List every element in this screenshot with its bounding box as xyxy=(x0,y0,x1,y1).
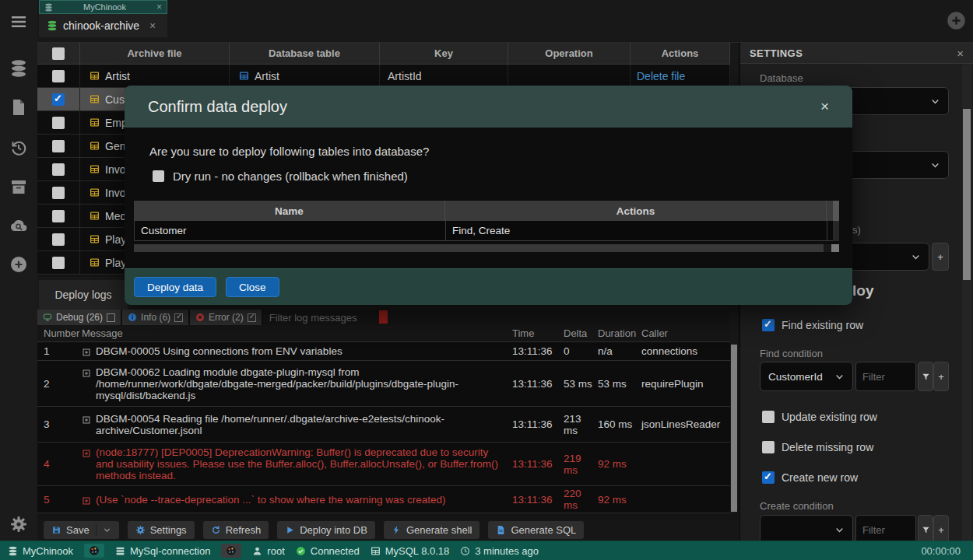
expand-icon[interactable] xyxy=(82,415,91,425)
chevron-down-icon[interactable] xyxy=(103,526,111,534)
log-row[interactable]: 4 (node:18777) [DEP0005] DeprecationWarn… xyxy=(37,443,730,486)
create-new-checkbox[interactable] xyxy=(762,471,775,484)
log-filter-error[interactable]: Error (2) xyxy=(190,310,262,325)
update-existing-checkbox[interactable] xyxy=(762,411,775,423)
filter-funnel-button[interactable] xyxy=(918,515,933,541)
log-filter-info[interactable]: Info (6) xyxy=(122,310,188,325)
find-condition-select[interactable]: CustomerId xyxy=(760,362,853,391)
expand-icon[interactable] xyxy=(82,496,91,506)
create-condition-select[interactable] xyxy=(760,515,853,541)
log-row[interactable]: 3 DBGM-00054 Reading file /home/runner/.… xyxy=(37,407,730,443)
settings-scrollbar[interactable] xyxy=(962,65,971,541)
refresh-button[interactable]: Refresh xyxy=(203,521,269,539)
delete-missing-option[interactable]: Delete missing row xyxy=(762,441,873,453)
new-tab-button[interactable] xyxy=(946,10,967,31)
create-new-option[interactable]: Create new row xyxy=(762,471,858,484)
generate-sql-button[interactable]: Generate SQL xyxy=(488,521,584,539)
log-filter-input[interactable] xyxy=(263,310,730,325)
row-checkbox[interactable] xyxy=(52,117,65,129)
add-circle-icon[interactable] xyxy=(9,255,28,274)
column-name: Name xyxy=(134,201,445,221)
row-checkbox[interactable] xyxy=(52,140,65,152)
filter-funnel-button[interactable] xyxy=(918,362,933,391)
delete-file-link[interactable]: Delete file xyxy=(637,70,685,82)
row-checkbox[interactable] xyxy=(52,233,65,246)
tab-chinook-archive[interactable]: chinook-archive × xyxy=(39,14,167,37)
log-time: 13:11:36 xyxy=(512,494,564,506)
log-row[interactable]: 2 DBGM-00062 Loading module dbgate-plugi… xyxy=(37,361,730,407)
expand-icon[interactable] xyxy=(82,369,91,378)
alert-marker-icon xyxy=(379,310,388,324)
deploy-logs-tab[interactable]: Deploy logs xyxy=(39,280,128,310)
close-modal-icon[interactable]: × xyxy=(820,98,829,115)
add-column-button[interactable]: + xyxy=(932,243,949,271)
table-name-cell: Customer xyxy=(135,221,446,240)
row-checkbox[interactable] xyxy=(52,70,65,82)
create-filter-input[interactable] xyxy=(855,515,916,541)
close-settings-icon[interactable]: × xyxy=(957,47,964,60)
info-filter-checkbox[interactable] xyxy=(174,313,183,322)
log-row[interactable]: 1 DBGM-00005 Using connections from ENV … xyxy=(37,342,730,361)
scrollbar-thumb[interactable] xyxy=(134,244,824,252)
find-existing-checkbox[interactable] xyxy=(762,319,775,331)
cloud-search-icon[interactable] xyxy=(9,216,28,235)
error-filter-checkbox[interactable] xyxy=(248,313,256,322)
database-icon[interactable] xyxy=(9,59,28,78)
row-checkbox[interactable] xyxy=(52,187,65,199)
scrollbar-thumb[interactable] xyxy=(731,345,737,512)
scrollbar-thumb[interactable] xyxy=(833,201,839,221)
dry-run-option[interactable]: Dry run - no changes (rollback when fini… xyxy=(153,170,408,183)
modal-table-scrollbar[interactable] xyxy=(833,201,839,241)
log-number: 3 xyxy=(37,418,82,430)
history-icon[interactable] xyxy=(9,138,28,157)
log-caller: requirePlugin xyxy=(641,378,730,390)
modal-table-row[interactable]: Customer Find, Create xyxy=(134,221,839,241)
settings-gear-icon[interactable] xyxy=(9,515,28,534)
row-checkbox[interactable] xyxy=(52,93,65,106)
update-existing-option[interactable]: Update existing row xyxy=(762,411,877,423)
modal-horizontal-scrollbar[interactable] xyxy=(134,244,839,252)
generate-shell-button[interactable]: Generate shell xyxy=(384,521,480,539)
scrollbar-thumb[interactable] xyxy=(963,109,971,280)
close-button[interactable]: Close xyxy=(226,277,279,297)
column-database-table: Database table xyxy=(230,43,380,64)
settings-button[interactable]: Settings xyxy=(128,521,195,539)
close-tab-icon[interactable]: × xyxy=(149,19,156,32)
plus-circle-icon xyxy=(946,10,967,31)
log-message: DBGM-00005 Using connections from ENV va… xyxy=(96,345,342,357)
statusbar-connection[interactable]: MySql-connection xyxy=(115,545,210,557)
expand-icon[interactable] xyxy=(82,348,91,357)
files-icon[interactable] xyxy=(9,98,28,117)
delete-missing-checkbox[interactable] xyxy=(762,441,775,453)
confirm-data-deploy-modal: Confirm data deploy × Are you sure to de… xyxy=(125,86,852,305)
log-row[interactable]: 5 (Use `node --trace-deprecation ...` to… xyxy=(37,486,730,513)
find-existing-option[interactable]: Find existing row xyxy=(762,319,863,331)
log-message: DBGM-00062 Loading module dbgate-plugin-… xyxy=(96,366,508,401)
add-condition-button[interactable]: + xyxy=(933,515,949,541)
deploy-into-db-button[interactable]: Deploy into DB xyxy=(277,521,375,539)
add-condition-button[interactable]: + xyxy=(933,362,949,391)
statusbar-database[interactable]: MyChinook xyxy=(8,545,73,557)
create-condition-label: Create condition xyxy=(760,500,834,512)
row-checkbox[interactable] xyxy=(52,210,65,222)
menu-icon[interactable] xyxy=(9,12,28,31)
close-group-icon[interactable]: × xyxy=(156,2,162,12)
expand-icon[interactable] xyxy=(82,449,91,458)
debug-filter-checkbox[interactable] xyxy=(107,313,115,322)
save-button[interactable]: Save xyxy=(44,521,119,539)
connection-color-button[interactable] xyxy=(221,544,241,558)
archive-box-icon[interactable] xyxy=(9,177,28,196)
log-duration: 160 ms xyxy=(598,418,641,430)
tab-group-header[interactable]: MyChinook × xyxy=(39,0,167,14)
deploy-data-button[interactable]: Deploy data xyxy=(134,277,216,297)
find-filter-input[interactable] xyxy=(855,362,916,391)
session-timer: 00:00:00 xyxy=(921,545,965,557)
log-filter-debug[interactable]: Debug (26) xyxy=(37,310,121,325)
row-checkbox[interactable] xyxy=(52,163,65,176)
database-color-button[interactable] xyxy=(84,544,104,558)
dry-run-checkbox[interactable] xyxy=(153,170,164,182)
select-all-checkbox[interactable] xyxy=(52,47,65,60)
table-icon xyxy=(90,94,100,104)
archive-table-row[interactable]: Artist Artist ArtistId Delete file xyxy=(37,65,730,88)
row-checkbox[interactable] xyxy=(52,257,65,269)
